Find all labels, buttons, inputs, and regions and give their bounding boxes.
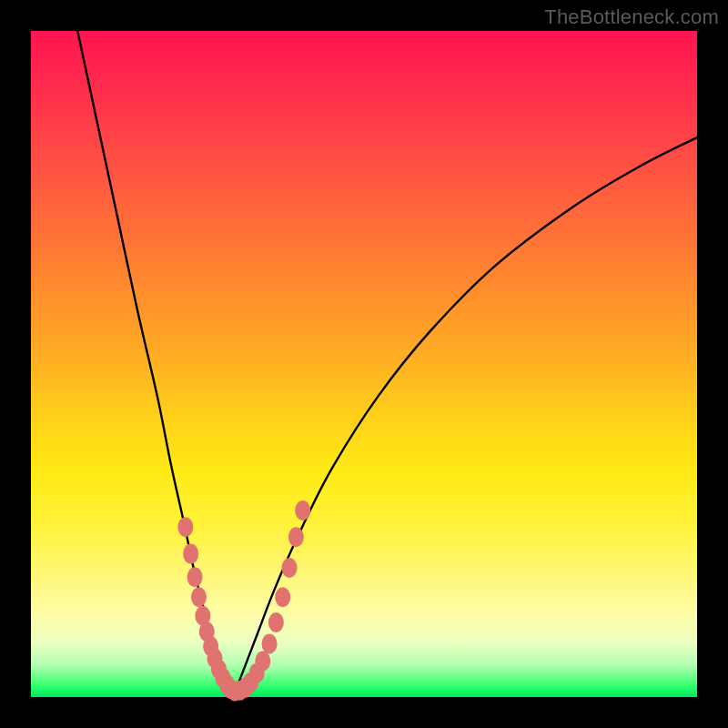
watermark-text: TheBottleneck.com xyxy=(544,5,719,29)
highlight-dot xyxy=(268,612,284,632)
plot-area xyxy=(31,31,697,697)
chart-frame: TheBottleneck.com xyxy=(0,0,728,728)
highlight-dot xyxy=(255,651,270,671)
highlight-dot xyxy=(275,587,290,607)
highlight-dot xyxy=(177,517,193,537)
highlight-dot xyxy=(262,633,278,653)
highlight-dot xyxy=(295,500,310,521)
curve-right xyxy=(232,137,697,693)
highlight-dot xyxy=(187,567,203,587)
highlight-dot xyxy=(282,558,298,578)
curve-svg xyxy=(31,31,697,697)
curve-left xyxy=(77,31,232,693)
highlight-dot xyxy=(288,527,304,547)
highlight-dot xyxy=(191,587,207,607)
highlight-dot xyxy=(183,544,198,564)
